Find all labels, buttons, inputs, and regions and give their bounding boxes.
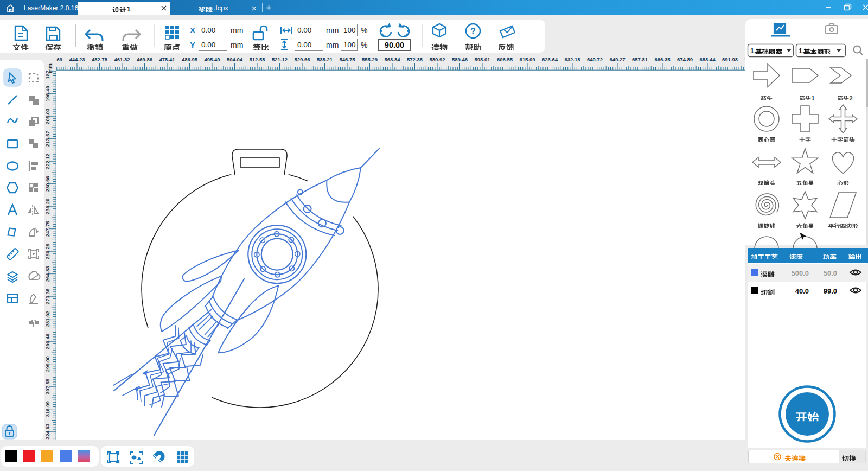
svg-text:657.81: 657.81 [632,56,648,62]
svg-text:222.12: 222.12 [44,154,50,169]
svg-text:0.00: 0.00 [201,26,215,34]
svg-text:500.0: 500.0 [791,269,809,277]
svg-text:256.29: 256.29 [44,244,50,259]
svg-text:316.09: 316.09 [44,401,50,417]
svg-text:?: ? [470,27,476,36]
svg-text:X: X [190,26,195,35]
svg-text:504.04: 504.04 [227,56,243,62]
svg-text:40.0: 40.0 [795,287,809,295]
svg-text:mm: mm [326,26,339,35]
svg-text:50.0: 50.0 [824,269,837,277]
svg-text:0.00: 0.00 [297,26,311,34]
svg-text:273.38: 273.38 [44,289,50,304]
svg-text:469.86: 469.86 [137,56,152,62]
svg-text:Y: Y [190,40,195,49]
svg-text:0.00: 0.00 [297,41,311,49]
svg-text:683.44: 683.44 [699,56,716,62]
svg-text:mm: mm [326,41,339,49]
svg-text:1.: 1. [750,47,756,55]
svg-text:512.58: 512.58 [249,56,265,62]
svg-text:478.41: 478.41 [159,56,175,62]
svg-text:299.00: 299.00 [44,356,50,372]
svg-text:615.09: 615.09 [519,56,535,62]
svg-text:521.12: 521.12 [272,56,288,62]
svg-text:606.55: 606.55 [497,56,513,62]
svg-text:%: % [361,41,367,49]
svg-text:99.0: 99.0 [824,287,837,295]
svg-text:563.84: 563.84 [384,56,400,62]
svg-text:623.64: 623.64 [542,56,558,62]
svg-text:666.35: 666.35 [654,56,671,62]
svg-text:281.92: 281.92 [44,311,50,327]
svg-text:674.89: 674.89 [677,56,693,62]
svg-text:461.32: 461.32 [114,56,130,62]
svg-text:649.27: 649.27 [609,56,625,62]
svg-text:264.83: 264.83 [44,266,50,282]
svg-text:538.21: 538.21 [317,56,333,62]
svg-text:230.66: 230.66 [44,176,50,192]
svg-text:598.01: 598.01 [474,56,490,62]
svg-text:529.66: 529.66 [294,56,310,62]
svg-text:640.72: 640.72 [587,56,603,62]
svg-text:LaserMaker 2.0.16: LaserMaker 2.0.16 [24,4,78,12]
svg-text:205.03: 205.03 [44,109,50,124]
svg-text:580.92: 580.92 [429,56,445,62]
svg-text:444.23: 444.23 [69,56,85,62]
svg-text:0.00: 0.00 [201,41,215,49]
svg-text:100: 100 [343,41,356,49]
svg-text:.lcpx: .lcpx [214,4,228,12]
svg-text:mm: mm [47,63,53,73]
svg-text:%: % [361,26,367,35]
svg-text:mm: mm [231,26,243,35]
svg-text:1.: 1. [799,47,804,55]
svg-text:555.29: 555.29 [362,56,378,62]
svg-text:2: 2 [850,95,853,101]
svg-text:572.38: 572.38 [407,56,423,62]
svg-text:632.18: 632.18 [564,56,580,62]
svg-text:239.20: 239.20 [44,199,50,214]
svg-text:100: 100 [343,26,356,34]
svg-text:589.46: 589.46 [452,56,468,62]
svg-text:mm: mm [231,41,243,49]
svg-text:1: 1 [812,95,815,101]
svg-text:247.75: 247.75 [44,220,50,237]
svg-text:691.98: 691.98 [722,56,738,62]
svg-text:196.49: 196.49 [44,86,50,101]
svg-text:486.95: 486.95 [182,56,198,62]
svg-text:213.57: 213.57 [44,131,50,147]
svg-text:90.00: 90.00 [385,41,404,49]
svg-text:1: 1 [127,5,131,13]
svg-text:307.55: 307.55 [44,378,50,394]
svg-text:452.78: 452.78 [92,56,107,62]
svg-text:324.63: 324.63 [44,424,50,440]
svg-text:546.75: 546.75 [339,56,355,62]
svg-text:495.49: 495.49 [204,56,220,62]
svg-text:290.46: 290.46 [44,334,50,349]
